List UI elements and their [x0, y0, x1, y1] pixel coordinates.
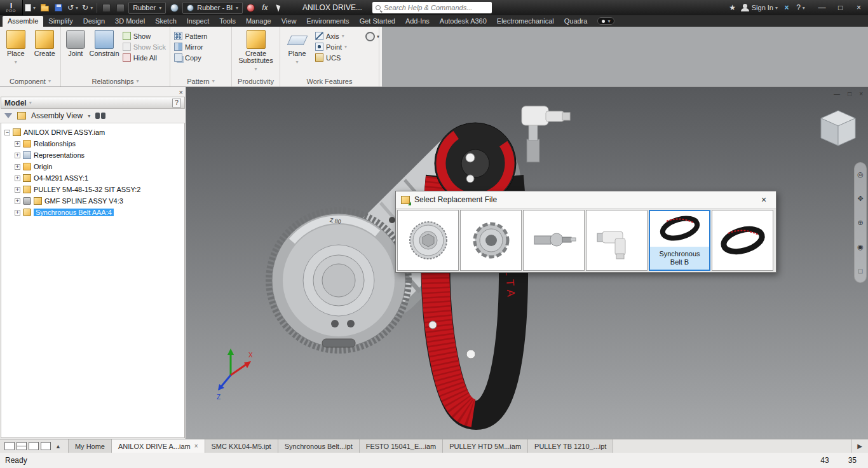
doc-tab-festo[interactable]: FESTO 15041_E...iam: [360, 439, 443, 453]
tab-electromechanical[interactable]: Electromechanical: [492, 16, 559, 27]
tab-manage[interactable]: Manage: [241, 16, 276, 27]
candidate-fitting[interactable]: [586, 210, 648, 271]
save-button[interactable]: [51, 1, 65, 14]
redo-button[interactable]: ↻▾: [80, 1, 95, 14]
expander-icon[interactable]: +: [15, 141, 20, 147]
undo-button[interactable]: ↺▾: [65, 1, 80, 14]
search-binoculars-icon[interactable]: [95, 113, 105, 119]
dialog-close-button[interactable]: ×: [757, 195, 771, 205]
layout-grid-icon[interactable]: [4, 442, 15, 450]
panel-work-features-footer[interactable]: Work Features: [280, 76, 379, 86]
tab-get-started[interactable]: Get Started: [355, 16, 400, 27]
tree-item-relationships[interactable]: + Relationships: [15, 138, 184, 149]
candidate-coupler[interactable]: [460, 210, 522, 271]
constrain-button[interactable]: Constrain: [90, 29, 119, 59]
hide-all-button[interactable]: Hide All: [121, 53, 168, 62]
navigation-wheel-icon[interactable]: ◎: [857, 170, 864, 179]
inventor-logo[interactable]: I PRO: [0, 0, 23, 15]
joint-button[interactable]: Joint: [63, 29, 88, 59]
assembly-view-dropdown[interactable]: Assembly View: [31, 111, 83, 120]
navigation-bar[interactable]: ◎ ✥ ⊕ ◉ □: [854, 162, 867, 283]
doc-tab-my-home[interactable]: My Home: [69, 439, 112, 453]
tree-item-origin[interactable]: + Origin: [15, 161, 184, 172]
candidate-synchronous-belt-b-selected[interactable]: Synchronous Belt B: [649, 210, 710, 271]
tab-scroll-right-button[interactable]: ▶: [851, 439, 868, 453]
doc-tab-synchronous-belt[interactable]: Synchronous Belt...ipt: [278, 439, 360, 453]
help-search-box[interactable]: [372, 2, 492, 13]
orbit-icon[interactable]: ◉: [857, 243, 864, 251]
material-dropdown[interactable]: Rubber - Bl ▾: [182, 2, 243, 14]
minimize-button[interactable]: —: [813, 0, 831, 15]
candidate-shaft[interactable]: [523, 210, 585, 271]
copy-button[interactable]: Copy: [172, 53, 209, 62]
browser-header[interactable]: Model ▾ ?: [1, 97, 185, 109]
search-input[interactable]: [384, 4, 489, 11]
tree-item-root[interactable]: − ANILOX DRIVE ASSY.iam: [4, 127, 184, 138]
expander-icon[interactable]: +: [15, 187, 20, 193]
sign-in-button[interactable]: Sign In ▾: [740, 1, 780, 14]
panel-pattern-footer[interactable]: Pattern ▾: [170, 76, 231, 86]
plane-button[interactable]: Plane ▾: [282, 29, 312, 67]
layout-single-icon[interactable]: [41, 442, 51, 450]
help-button[interactable]: ?▾: [794, 1, 808, 14]
tab-simplify[interactable]: Simplify: [43, 16, 78, 27]
expander-icon[interactable]: +: [15, 210, 20, 216]
show-button[interactable]: Show: [121, 31, 168, 41]
tab-environments[interactable]: Environments: [301, 16, 354, 27]
expander-icon[interactable]: −: [4, 130, 10, 135]
a360-button[interactable]: ×: [780, 1, 794, 14]
expander-icon[interactable]: +: [15, 198, 20, 204]
candidate-belt[interactable]: [712, 210, 773, 271]
open-button[interactable]: [37, 1, 51, 14]
look-at-icon[interactable]: □: [858, 267, 863, 275]
layout-vertical-icon[interactable]: [29, 442, 39, 450]
tab-view[interactable]: View: [276, 16, 302, 27]
tab-3d-model[interactable]: 3D Model: [110, 16, 150, 27]
tab-tools[interactable]: Tools: [214, 16, 241, 27]
close-button[interactable]: ×: [850, 0, 868, 15]
ribbon-display-options-button[interactable]: ▾: [597, 17, 614, 25]
doc-tab-smc-kxl04[interactable]: SMC KXL04-M5.ipt: [205, 439, 278, 453]
candidate-pulley[interactable]: [397, 210, 459, 271]
browser-close-button[interactable]: ×: [179, 88, 183, 96]
tab-close-icon[interactable]: ×: [194, 443, 198, 450]
panel-relationships-footer[interactable]: Relationships ▾: [61, 76, 170, 86]
ucs-button[interactable]: UCS: [313, 53, 349, 62]
zoom-icon[interactable]: ⊕: [857, 219, 863, 227]
axis-button[interactable]: Axis▾: [313, 31, 349, 41]
tab-sketch[interactable]: Sketch: [150, 16, 182, 27]
expand-panel-icon[interactable]: ▲: [53, 443, 64, 450]
pan-icon[interactable]: ✥: [857, 195, 863, 203]
filter-icon[interactable]: [4, 113, 12, 118]
show-sick-button[interactable]: Show Sick: [121, 42, 168, 52]
doc-tab-anilox-drive[interactable]: ANILOX DRIVE A...iam ×: [112, 439, 205, 453]
favorites-button[interactable]: ★: [726, 1, 740, 14]
doc-tab-pulley-htd[interactable]: PULLEY HTD 5M...iam: [443, 439, 528, 453]
panel-component-footer[interactable]: Component ▾: [0, 76, 60, 86]
expander-icon[interactable]: +: [15, 176, 20, 181]
create-substitutes-button[interactable]: Create Substitutes ▾: [235, 29, 277, 74]
expander-icon[interactable]: +: [15, 153, 20, 158]
tree-item-o4-m291[interactable]: + O4-M291 ASSY:1: [15, 172, 184, 184]
layout-horizontal-icon[interactable]: [17, 442, 27, 450]
tab-design[interactable]: Design: [78, 16, 110, 27]
appearance-dropdown[interactable]: Rubber ▾: [128, 2, 166, 14]
doc-restore-button[interactable]: □: [848, 90, 851, 97]
select-tool-button[interactable]: [113, 1, 127, 14]
tree-item-synchronous-belt[interactable]: + Synchronous Belt AAA:4: [15, 207, 184, 218]
new-file-button[interactable]: ▾: [23, 1, 37, 14]
update-button[interactable]: [99, 1, 113, 14]
dialog-title-bar[interactable]: Select Replacement File ×: [396, 191, 776, 209]
place-button[interactable]: Place ▾: [2, 29, 30, 67]
pattern-button[interactable]: Pattern: [172, 31, 209, 41]
appearance-adjust-button[interactable]: [167, 1, 181, 14]
measure-button[interactable]: [272, 1, 286, 14]
doc-tab-pulley-tb[interactable]: PULLEY TB 1210_...ipt: [528, 439, 613, 453]
mirror-button[interactable]: Mirror: [172, 42, 209, 52]
doc-minimize-button[interactable]: —: [834, 90, 840, 97]
view-cube[interactable]: [817, 107, 859, 149]
expander-icon[interactable]: +: [15, 164, 20, 170]
panel-productivity-footer[interactable]: Productivity: [232, 76, 280, 86]
tree-item-gmf-spline[interactable]: + GMF SPLINE ASSY V4:3: [15, 195, 184, 207]
doc-close-button[interactable]: ×: [859, 90, 863, 97]
